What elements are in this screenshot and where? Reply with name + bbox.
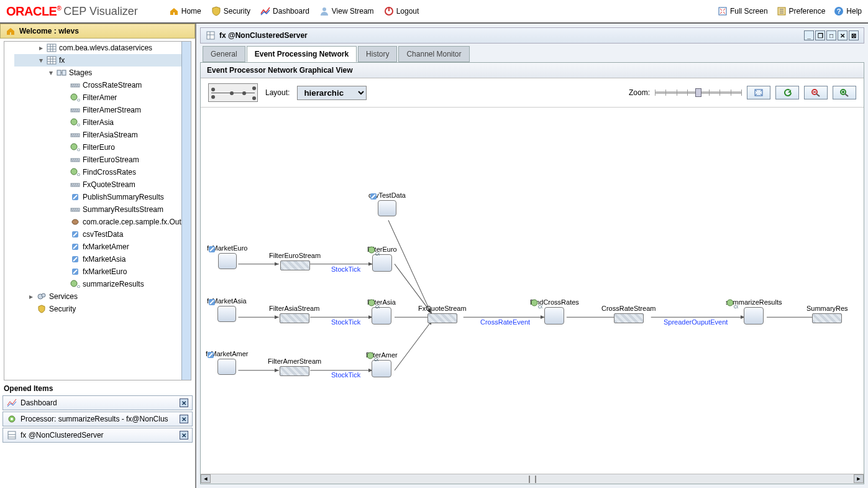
zoom-out-button[interactable] [804,86,828,99]
tree-stage-item[interactable]: com.oracle.cep.sample.fx.Out [62,216,191,228]
close-icon[interactable]: ✕ [180,415,188,423]
top-actions: Full Screen Preference ?Help [718,6,862,16]
node-FilterAmerStream[interactable]: FilterAmerStream [268,357,321,376]
tree-stage-item[interactable]: fxMarketEuro [62,265,191,278]
close-icon[interactable]: ✕ [180,431,188,440]
tab-epn[interactable]: Event Processing Network [247,46,357,62]
tree-stage-item[interactable]: csvTestData [62,228,191,241]
tree-stage-item[interactable]: CrossRateStream [62,79,191,91]
svg-text:CQL: CQL [77,285,80,288]
zoom-slider[interactable] [655,91,742,94]
node-CrossRateStream[interactable]: CrossRateStream [601,305,656,323]
tree-stage-item[interactable]: CQLFilterAmer [62,91,191,104]
action-help[interactable]: ?Help [834,6,862,16]
tree-item-stages[interactable]: ▾Stages [14,67,191,79]
node-csvTestData[interactable]: csvTestData [368,191,406,216]
tab-history[interactable]: History [358,46,397,62]
window-restore-button[interactable]: ❐ [815,30,825,40]
layout-select[interactable]: hierarchic [297,86,367,100]
node-SummaryRes[interactable]: SummaryRes [806,305,848,323]
tree-item-dataservices[interactable]: ▸com.bea.wlevs.dataservices [14,42,191,54]
svg-point-87 [531,300,537,306]
svg-point-83 [368,300,375,306]
opened-item[interactable]: Processor: summarizeResults - fx@NonClus… [2,412,193,426]
tree-stage-item[interactable]: FilterAmerStream [62,104,191,116]
fullscreen-icon [718,6,728,16]
stage-icon [70,230,80,239]
stage-icon [70,218,80,226]
svg-point-81 [368,247,375,253]
navigation-tree[interactable]: ▸com.bea.wlevs.dataservices ▾fx ▾Stages … [4,41,191,380]
svg-rect-10 [47,44,56,52]
node-FilterAsiaStream[interactable]: FilterAsiaStream [269,305,319,323]
tree-item-security[interactable]: Security [14,303,191,315]
svg-text:CQL: CQL [77,123,80,127]
panel-heading: Event Processor Network Graphical View [201,63,864,78]
svg-line-60 [845,94,848,96]
scroll-left-button[interactable]: ◄ [201,474,211,483]
tab-channel-monitor[interactable]: Channel Monitor [398,46,469,62]
node-summarizeResults[interactable]: summarizeResultsCQL [726,298,782,325]
tree-stage-item[interactable]: CQLFindCrossRates [62,166,191,178]
zoom-reset-button[interactable] [775,86,799,99]
stage-icon [70,81,80,90]
nav-logout[interactable]: Logout [384,6,419,16]
scroll-grip-icon[interactable] [529,476,536,483]
opened-item[interactable]: Dashboard✕ [2,395,193,410]
node-fxMarketAsia[interactable]: fxMarketAsia [207,297,247,322]
node-FxQuoteStream[interactable]: FxQuoteStream [418,305,467,323]
slider-thumb[interactable] [695,88,701,97]
node-FilterEuro[interactable]: FilterEuroCQL [367,246,397,272]
page-title: fx @NonClusteredServer [219,31,308,40]
grid-icon [47,56,57,65]
edge-label: StockTick [331,371,360,379]
tree-stage-item[interactable]: fxMarketAmer [62,241,191,253]
node-FindCrossRates[interactable]: FindCrossRatesCQL [530,298,579,325]
tree-item-services[interactable]: ▸Services [14,290,191,303]
scroll-right-button[interactable]: ► [854,474,864,483]
nav-security[interactable]: Security [211,6,250,16]
action-preference[interactable]: Preference [777,6,826,16]
tab-general[interactable]: General [203,46,245,62]
node-fxMarketEuro[interactable]: fxMarketEuro [207,244,247,269]
node-FilterAsia[interactable]: FilterAsiaCQL [367,298,396,325]
gears-icon [37,292,47,301]
tree-stage-item[interactable]: FilterAsiaStream [62,129,191,141]
svg-text:CQL: CQL [374,357,378,362]
tree-stage-item[interactable]: FilterEuroStream [62,154,191,166]
window-closeall-button[interactable]: ⊠ [849,30,859,40]
tree-stage-item[interactable]: SummaryResultsStream [62,203,191,216]
window-maximize-button[interactable]: □ [826,30,836,40]
tree-stage-item[interactable]: CQLFilterEuro [62,141,191,154]
gear-icon [7,414,17,424]
tree-item-fx[interactable]: ▾fx [14,54,191,67]
node-fxMarketAmer[interactable]: fxMarketAmer [206,350,248,375]
horizontal-scrollbar[interactable]: ◄ ► [201,474,864,484]
tree-stage-item[interactable]: PublishSummaryResults [62,191,191,203]
nav-home[interactable]: Home [169,6,201,16]
window-minimize-button[interactable]: _ [804,30,814,40]
action-fullscreen[interactable]: Full Screen [718,6,768,16]
zoom-in-button[interactable] [833,86,856,99]
svg-text:CQL: CQL [734,305,738,310]
shield-icon [37,305,47,313]
window-close-button[interactable]: ✕ [838,30,847,40]
nav-viewstream[interactable]: View Stream [319,6,374,16]
help-icon: ? [834,6,844,16]
opened-item[interactable]: fx @NonClusteredServer✕ [2,428,193,443]
svg-text:?: ? [837,7,841,15]
stage-icon [70,193,80,201]
tree-stage-item[interactable]: CQLsummarizeResults [62,278,191,290]
nav-dashboard[interactable]: Dashboard [260,6,309,16]
zoom-fit-button[interactable] [747,86,770,99]
svg-rect-49 [8,431,16,439]
tree-stage-item[interactable]: FxQuoteStream [62,178,191,191]
graph-canvas[interactable]: csvTestData fxMarketEuro fxMarketAsia fx… [201,108,864,474]
node-FilterEuroStream[interactable]: FilterEuroStream [269,252,321,270]
tree-stage-item[interactable]: CQLFilterAsia [62,116,191,129]
close-icon[interactable]: ✕ [180,398,188,407]
svg-point-89 [727,300,733,306]
svg-rect-21 [62,70,66,75]
tree-stage-item[interactable]: fxMarketAsia [62,253,191,265]
node-FilterAmer[interactable]: FilterAmerCQL [366,351,398,377]
